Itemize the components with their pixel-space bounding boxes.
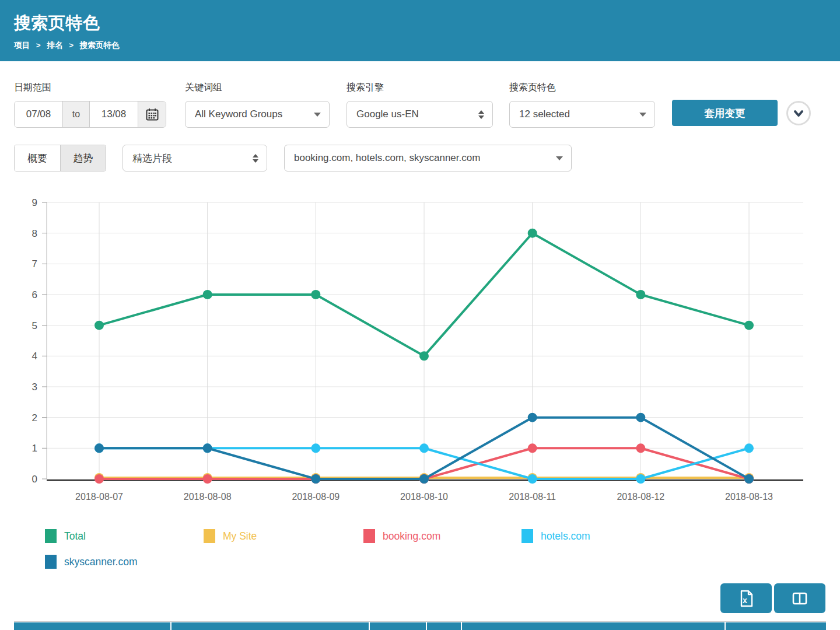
legend-item-hotels-com[interactable]: hotels.com <box>522 529 590 543</box>
caret-down-icon <box>314 113 321 117</box>
breadcrumb-rankings[interactable]: 排名 <box>47 41 62 50</box>
two-panes-icon <box>790 589 810 608</box>
x-axis-label: 2018-08-09 <box>292 492 340 502</box>
table-header-cell[interactable] <box>14 622 170 630</box>
series-point <box>419 351 429 360</box>
series-point <box>94 474 104 484</box>
series-point <box>636 443 645 453</box>
domains-select[interactable]: booking.com, hotels.com, skyscanner.com <box>284 145 572 172</box>
caret-down-icon <box>639 113 646 117</box>
tab-trend[interactable]: 趋势 <box>60 145 106 171</box>
caret-down-icon <box>556 156 563 160</box>
y-axis-label: 7 <box>32 258 37 270</box>
x-axis-label: 2018-08-10 <box>400 492 448 502</box>
legend-item-my-site[interactable]: My Site <box>204 529 257 543</box>
feature-type-select[interactable]: 精选片段 <box>123 145 267 172</box>
serp-features-value: 12 selected <box>519 108 570 120</box>
table-header-cell[interactable] <box>726 622 826 630</box>
page-header: 搜索页特色 项目 > 排名 > 搜索页特色 <box>0 0 840 61</box>
search-engine-group: 搜索引擎 Google us-EN <box>346 82 493 128</box>
svg-text:x: x <box>743 596 747 605</box>
x-axis-label: 2018-08-12 <box>617 492 664 502</box>
keyword-group-label: 关键词组 <box>185 82 330 94</box>
column-view-button[interactable] <box>774 583 825 613</box>
spinner-icon <box>253 154 258 163</box>
apply-changes-button[interactable]: 套用变更 <box>672 100 778 126</box>
table-header-cell[interactable] <box>427 622 461 630</box>
legend-item-booking-com[interactable]: booking.com <box>363 529 440 543</box>
date-range-control: to <box>14 101 166 128</box>
legend-item-total[interactable]: Total <box>45 529 86 543</box>
date-range-group: 日期范围 to <box>14 82 166 128</box>
export-toolbar: x <box>0 583 825 613</box>
page-title: 搜索页特色 <box>14 12 826 35</box>
date-to-input[interactable] <box>90 102 138 127</box>
series-point <box>528 474 537 484</box>
feature-type-value: 精选片段 <box>132 152 172 165</box>
view-tabs: 概要 趋势 <box>14 145 106 172</box>
legend-label: skyscanner.com <box>64 556 137 568</box>
search-engine-value: Google us-EN <box>356 108 419 120</box>
view-controls: 概要 趋势 精选片段 booking.com, hotels.com, skys… <box>14 145 826 172</box>
legend-swatch <box>45 555 57 569</box>
series-point <box>636 290 645 299</box>
series-point <box>94 443 104 453</box>
series-point <box>744 321 754 330</box>
collapse-filters-button[interactable] <box>786 101 811 125</box>
y-axis-label: 6 <box>32 289 37 300</box>
legend-swatch <box>45 529 57 543</box>
date-range-label: 日期范围 <box>14 82 166 94</box>
y-axis-label: 1 <box>32 443 37 454</box>
chart-legend: TotalMy Sitebooking.comhotels.comskyscan… <box>14 524 840 578</box>
table-header-cell[interactable] <box>462 622 724 630</box>
serp-features-group: 搜索页特色 12 selected <box>509 82 655 128</box>
series-point <box>419 443 429 453</box>
domains-value: booking.com, hotels.com, skyscanner.com <box>294 152 480 164</box>
date-to-text: to <box>62 102 90 127</box>
serp-features-select[interactable]: 12 selected <box>509 101 655 128</box>
series-point <box>419 474 429 484</box>
keyword-group: 关键词组 All Keyword Groups <box>185 82 330 128</box>
legend-label: Total <box>64 530 86 542</box>
y-axis-label: 8 <box>32 228 37 239</box>
legend-label: booking.com <box>383 530 440 542</box>
series-point <box>94 321 104 330</box>
tab-overview[interactable]: 概要 <box>15 145 60 171</box>
legend-swatch <box>363 529 375 543</box>
table-header-cell[interactable] <box>370 622 426 630</box>
series-point <box>203 443 212 453</box>
series-point <box>311 474 320 484</box>
series-point <box>311 290 320 299</box>
serp-features-label: 搜索页特色 <box>509 82 655 94</box>
search-engine-label: 搜索引擎 <box>346 82 493 94</box>
search-engine-select[interactable]: Google us-EN <box>346 101 493 128</box>
excel-export-button[interactable]: x <box>720 583 772 613</box>
breadcrumb-projects[interactable]: 项目 <box>14 41 30 50</box>
breadcrumb: 项目 > 排名 > 搜索页特色 <box>14 40 826 51</box>
trend-chart: 2018-08-072018-08-082018-08-092018-08-10… <box>14 192 826 505</box>
legend-label: hotels.com <box>541 530 590 542</box>
series-point <box>203 290 212 299</box>
series-point <box>744 474 754 484</box>
table-header-cell[interactable] <box>172 622 369 630</box>
chevron-down-icon <box>793 107 804 119</box>
filter-bar: 日期范围 to 关键词组 All Keywo <box>14 82 826 127</box>
calendar-icon[interactable] <box>138 102 166 127</box>
series-point <box>636 474 645 484</box>
y-axis-label: 2 <box>32 412 37 424</box>
keyword-group-select[interactable]: All Keyword Groups <box>185 101 330 128</box>
legend-item-skyscanner-com[interactable]: skyscanner.com <box>45 555 137 569</box>
breadcrumb-separator: > <box>36 41 41 50</box>
series-point <box>311 443 320 453</box>
breadcrumb-current: 搜索页特色 <box>80 41 120 50</box>
spinner-icon <box>478 110 484 119</box>
series-point <box>636 413 645 422</box>
legend-swatch <box>522 529 533 543</box>
x-axis-label: 2018-08-08 <box>184 492 232 502</box>
keyword-group-value: All Keyword Groups <box>195 108 282 120</box>
series-point <box>203 474 212 484</box>
date-from-input[interactable] <box>15 102 62 127</box>
y-axis-label: 5 <box>32 320 37 331</box>
x-axis-label: 2018-08-11 <box>509 492 556 502</box>
x-axis-label: 2018-08-13 <box>725 492 773 502</box>
